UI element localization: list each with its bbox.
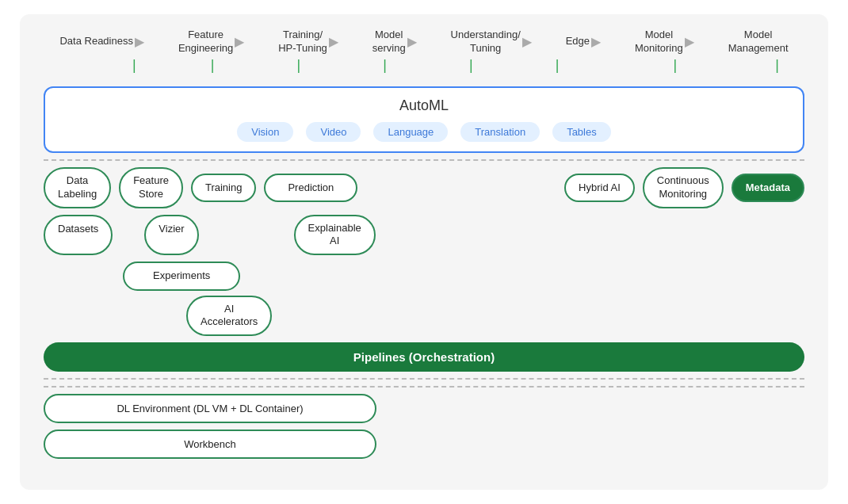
automl-chip-translation: Translation xyxy=(460,122,540,142)
pill-feature-store: FeatureStore xyxy=(119,167,183,208)
pills-row-2: Datasets Vizier ExplainableAI xyxy=(44,215,804,256)
pill-dl-environment: DL Environment (DL VM + DL Container) xyxy=(44,394,376,423)
bottom-section: DL Environment (DL VM + DL Container) Wo… xyxy=(44,386,804,459)
step-edge: Edge ▶ xyxy=(566,34,602,49)
pill-experiments: Experiments xyxy=(123,262,240,290)
pill-hybrid-ai: Hybrid AI xyxy=(564,174,635,202)
arrow-6: ▶ xyxy=(591,34,601,49)
pill-datasets: Datasets xyxy=(44,215,113,256)
pill-vizier: Vizier xyxy=(144,215,198,256)
step-label-feature-engineering: FeatureEngineering xyxy=(178,29,233,55)
step-label-understanding: Understanding/Tuning xyxy=(451,29,521,55)
pipelines-bar: Pipelines (Orchestration) xyxy=(44,342,804,372)
pipeline-header: Data Readiness ▶ FeatureEngineering ▶ Tr… xyxy=(20,14,828,55)
step-label-model-monitoring: ModelMonitoring xyxy=(635,29,683,55)
step-understanding: Understanding/Tuning ▶ xyxy=(451,29,533,55)
arrow-7: ▶ xyxy=(685,34,694,49)
step-label-model-management: ModelManagement xyxy=(728,29,789,55)
dashed-divider-2 xyxy=(44,378,804,380)
pill-workbench: Workbench xyxy=(44,430,376,459)
automl-title: AutoML xyxy=(61,97,787,114)
step-label-data-readiness: Data Readiness xyxy=(59,35,133,48)
automl-chip-tables: Tables xyxy=(552,122,611,142)
pill-training: Training xyxy=(191,174,256,202)
step-model-serving: Modelserving ▶ xyxy=(372,29,418,55)
automl-chips: Vision Video Language Translation Tables xyxy=(61,122,787,142)
pill-data-labeling: DataLabeling xyxy=(44,167,111,208)
dashed-divider-1 xyxy=(44,159,804,161)
diagram-container: Data Readiness ▶ FeatureEngineering ▶ Tr… xyxy=(20,14,828,490)
automl-box: AutoML Vision Video Language Translation… xyxy=(44,86,804,153)
step-label-training: Training/HP-Tuning xyxy=(278,29,327,55)
pill-ai-accelerators: AIAccelerators xyxy=(186,296,272,337)
pills-row-1: DataLabeling FeatureStore Training Predi… xyxy=(44,167,804,208)
green-section: DataLabeling FeatureStore Training Predi… xyxy=(44,167,804,372)
step-model-monitoring: ModelMonitoring ▶ xyxy=(635,29,696,55)
step-label-model-serving: Modelserving xyxy=(372,29,406,55)
step-feature-engineering: FeatureEngineering ▶ xyxy=(178,29,246,55)
pill-explainable-ai: ExplainableAI xyxy=(294,215,376,256)
pill-continuous-monitoring: ContinuousMonitoring xyxy=(643,167,724,208)
main-content: AutoML Vision Video Language Translation… xyxy=(20,78,828,474)
automl-chip-video: Video xyxy=(306,122,361,142)
arrow-2: ▶ xyxy=(235,34,244,49)
automl-chip-language: Language xyxy=(373,122,448,142)
step-label-edge: Edge xyxy=(566,35,590,48)
arrow-5: ▶ xyxy=(522,34,532,49)
step-training: Training/HP-Tuning ▶ xyxy=(278,29,340,55)
arrow-3: ▶ xyxy=(329,34,338,49)
pill-metadata: Metadata xyxy=(731,174,804,202)
pills-row-4: AIAccelerators xyxy=(44,296,804,337)
arrow-1: ▶ xyxy=(135,34,144,49)
arrow-4: ▶ xyxy=(407,34,417,49)
step-model-management: ModelManagement xyxy=(728,29,789,55)
automl-chip-vision: Vision xyxy=(237,122,293,142)
pills-row-3: Experiments xyxy=(44,262,804,290)
pill-prediction: Prediction xyxy=(264,174,357,202)
step-data-readiness: Data Readiness ▶ xyxy=(59,34,146,49)
